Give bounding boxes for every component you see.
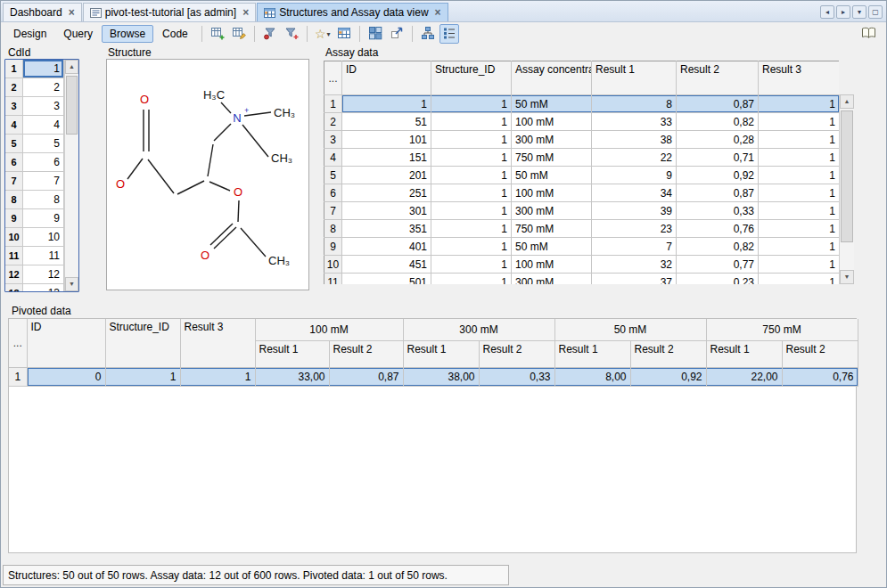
cell-structure-id[interactable]: 1	[431, 220, 512, 238]
column-header-id[interactable]: ID	[27, 319, 105, 367]
cell-result-1[interactable]: 7	[592, 238, 677, 256]
list-item[interactable]: 12 12	[5, 265, 64, 284]
query-mode-button[interactable]: Query	[55, 25, 101, 43]
new-grid-view-button[interactable]	[208, 24, 227, 44]
row-number-cell[interactable]: 11	[324, 274, 342, 285]
group-header-300mM[interactable]: 300 mM	[403, 319, 554, 340]
cell-result-3[interactable]: 1	[759, 238, 840, 256]
scroll-tabs-right-button[interactable]: ▸	[836, 5, 850, 19]
list-item[interactable]: 1 1	[5, 60, 64, 78]
cell-result-3[interactable]: 1	[759, 95, 840, 113]
documents-list-button[interactable]: ▾	[852, 5, 866, 19]
cell-assay-concentration[interactable]: 50 mM	[512, 167, 592, 184]
cell-result-3[interactable]: 1	[759, 274, 840, 285]
cell-750mM-result-2[interactable]: 0,76	[782, 367, 858, 386]
subcolumn-header-result-2[interactable]: Result 2	[329, 340, 403, 367]
cdid-value-cell[interactable]: 5	[23, 135, 64, 153]
list-item[interactable]: 4 4	[5, 116, 64, 135]
list-item[interactable]: 10 10	[5, 228, 64, 247]
cell-result-1[interactable]: 34	[592, 184, 677, 202]
subcolumn-header-result-1[interactable]: Result 1	[554, 340, 630, 367]
row-number-cell[interactable]: 7	[324, 202, 342, 220]
cdid-value-cell[interactable]: 9	[23, 209, 64, 228]
list-item[interactable]: 8 8	[5, 191, 64, 209]
table-row[interactable]: 11 501 1 300 mM 37 0,23 1	[324, 274, 840, 285]
cell-result-3[interactable]: 1	[759, 256, 840, 274]
cdid-value-cell[interactable]: 12	[23, 265, 64, 284]
table-row[interactable]: 2 51 1 100 mM 33 0,82 1	[324, 113, 840, 131]
tab-pivot-test-tutorial[interactable]: pivot-test-tutorial [as admin] ×	[83, 3, 256, 21]
cell-result-2[interactable]: 0,82	[677, 238, 759, 256]
cell-id[interactable]: 251	[342, 184, 431, 202]
cell-result-3[interactable]: 1	[759, 184, 840, 202]
cell-result-1[interactable]: 38	[592, 131, 677, 149]
cell-structure-id[interactable]: 1	[105, 367, 180, 386]
subcolumn-header-result-2[interactable]: Result 2	[630, 340, 706, 367]
table-row[interactable]: 1 1 1 50 mM 8 0,87 1	[324, 95, 840, 113]
add-filter-button[interactable]	[282, 24, 301, 44]
form-view-button[interactable]	[334, 24, 354, 44]
cell-structure-id[interactable]: 1	[431, 149, 512, 167]
cdid-value-cell[interactable]: 13	[23, 284, 64, 291]
column-header-result-2[interactable]: Result 2	[677, 61, 759, 95]
widgets-button[interactable]	[365, 24, 385, 44]
row-number-cell[interactable]: 5	[324, 167, 342, 184]
row-number-cell[interactable]: 1	[9, 367, 27, 386]
row-number-cell[interactable]: 3	[324, 131, 342, 149]
cell-100mM-result-1[interactable]: 33,00	[255, 367, 329, 386]
cell-assay-concentration[interactable]: 300 mM	[512, 131, 592, 149]
cell-result-1[interactable]: 8	[592, 95, 677, 113]
cell-result-3[interactable]: 1	[180, 367, 255, 386]
list-item[interactable]: 9 9	[5, 209, 64, 228]
cdid-value-cell[interactable]: 4	[23, 116, 64, 135]
cdid-value-cell[interactable]: 2	[23, 78, 64, 97]
cell-assay-concentration[interactable]: 750 mM	[512, 149, 592, 167]
table-options-button[interactable]: ...	[324, 61, 342, 95]
cell-result-2[interactable]: 0,76	[677, 220, 759, 238]
cell-50mM-result-1[interactable]: 8,00	[554, 367, 630, 386]
cell-750mM-result-1[interactable]: 22,00	[706, 367, 782, 386]
cell-id[interactable]: 0	[27, 367, 105, 386]
column-header-result-3[interactable]: Result 3	[180, 319, 255, 367]
filter-button[interactable]	[260, 24, 280, 44]
scroll-tabs-left-button[interactable]: ◂	[820, 5, 834, 19]
favorites-button[interactable]: ☆▾	[313, 24, 333, 44]
column-header-structure-id[interactable]: Structure_ID	[431, 61, 512, 95]
cell-result-3[interactable]: 1	[759, 220, 840, 238]
cell-id[interactable]: 401	[342, 238, 431, 256]
column-header-id[interactable]: ID	[342, 61, 431, 95]
design-mode-button[interactable]: Design	[5, 25, 54, 43]
cdid-value-cell[interactable]: 1	[23, 60, 64, 78]
bookmarks-button[interactable]	[858, 25, 879, 43]
list-item[interactable]: 11 11	[5, 247, 64, 265]
row-number-cell[interactable]: 5	[5, 135, 23, 153]
scroll-down-button[interactable]: ▼	[840, 270, 854, 284]
schema-browse-button[interactable]	[418, 24, 438, 44]
cell-result-1[interactable]: 32	[592, 256, 677, 274]
cell-result-2[interactable]: 0,23	[677, 274, 759, 285]
cell-result-2[interactable]: 0,33	[677, 202, 759, 220]
cell-result-2[interactable]: 0,77	[677, 256, 759, 274]
cell-result-2[interactable]: 0,92	[677, 167, 759, 184]
column-header-structure-id[interactable]: Structure_ID	[105, 319, 180, 367]
table-options-button[interactable]: ...	[9, 319, 27, 367]
maximize-window-button[interactable]: ▢	[868, 5, 883, 19]
group-header-50mM[interactable]: 50 mM	[554, 319, 706, 340]
row-number-cell[interactable]: 4	[324, 149, 342, 167]
close-icon[interactable]: ×	[435, 8, 441, 17]
column-header-result-1[interactable]: Result 1	[592, 61, 677, 95]
table-row[interactable]: 10 451 1 100 mM 32 0,77 1	[324, 256, 840, 274]
cell-assay-concentration[interactable]: 100 mM	[512, 184, 592, 202]
cdid-scrollbar[interactable]: ▲ ▼	[64, 60, 78, 291]
list-item[interactable]: 6 6	[5, 153, 64, 172]
structure-canvas[interactable]: H₃C N + CH₃ CH₃ O O CH₃ O O	[106, 59, 309, 290]
cell-assay-concentration[interactable]: 300 mM	[512, 202, 592, 220]
cell-result-1[interactable]: 22	[592, 149, 677, 167]
cell-structure-id[interactable]: 1	[431, 202, 512, 220]
cell-result-1[interactable]: 39	[592, 202, 677, 220]
row-number-cell[interactable]: 11	[5, 247, 23, 265]
cell-result-2[interactable]: 0,82	[677, 113, 759, 131]
table-row[interactable]: 1 0 1 1 33,00 0,87 38,00 0,33 8,00 0,92 …	[9, 367, 858, 386]
row-number-cell[interactable]: 3	[5, 97, 23, 116]
cell-50mM-result-2[interactable]: 0,92	[630, 367, 706, 386]
